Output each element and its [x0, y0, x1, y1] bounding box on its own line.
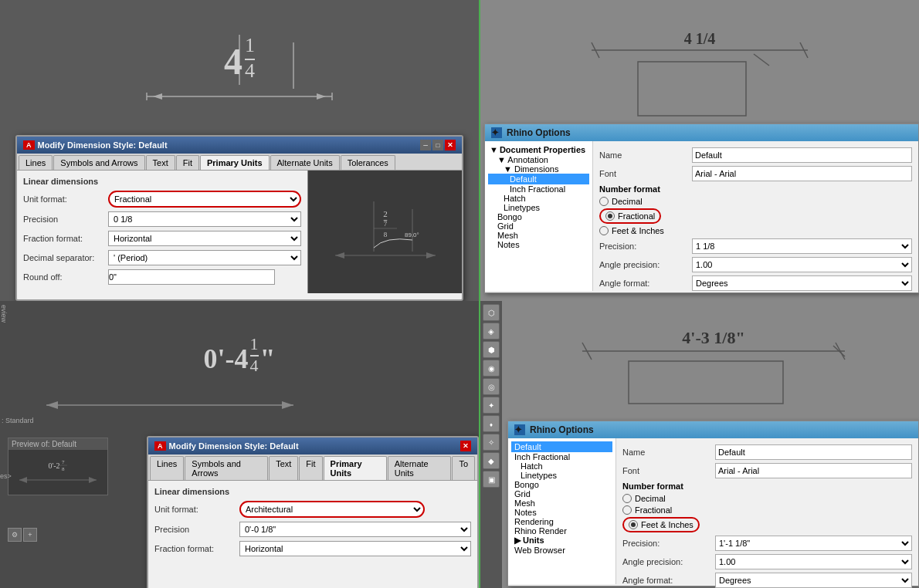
tree-grid[interactable]: Grid — [488, 221, 589, 231]
tree-label-default: Default — [510, 174, 537, 184]
tree-default-selected[interactable]: Default — [488, 174, 589, 184]
tree-inch-frac-bottom[interactable]: Inch Fractional — [511, 452, 612, 461]
prop-name-input-bottom[interactable] — [715, 444, 912, 460]
tab-lines-bottom[interactable]: Lines — [150, 456, 184, 480]
radio-feet-inches-top[interactable]: Feet & Inches — [599, 226, 912, 235]
tree-notes[interactable]: Notes — [488, 240, 589, 249]
tab-symbols-bottom[interactable]: Symbols and Arrows — [185, 456, 268, 480]
preview-content: 0'-2 7 8 — [8, 450, 107, 495]
prop-font-input-top[interactable] — [692, 166, 912, 181]
dialog-content-top: Linear dimensions Unit format: Fractiona… — [17, 171, 307, 293]
tab-tolerances-top[interactable]: Tolerances — [341, 155, 395, 170]
tab-fit-bottom[interactable]: Fit — [299, 456, 322, 480]
tree-web-browser-bottom[interactable]: Web Browser — [511, 546, 612, 555]
tree-units-bottom[interactable]: ▶ Units — [511, 536, 612, 546]
tree-label-linetypes-bottom: Linetypes — [521, 471, 557, 480]
tree-label-web-browser-bottom: Web Browser — [514, 546, 565, 555]
tab-alternate-units-bottom[interactable]: Alternate Units — [388, 456, 452, 480]
tree-mesh-bottom[interactable]: Mesh — [511, 498, 612, 508]
tree-notes-bottom[interactable]: Notes — [511, 508, 612, 517]
toolbar-btn-4[interactable]: ◉ — [483, 360, 500, 377]
tree-hatch-bottom[interactable]: Hatch — [511, 461, 612, 471]
tab-alternate-units-top[interactable]: Alternate Units — [270, 155, 340, 170]
prop-angle-fmt-select-bottom[interactable]: Degrees — [715, 573, 912, 588]
tree-linetypes[interactable]: Linetypes — [488, 203, 589, 212]
toolbar-btn-9[interactable]: ◆ — [483, 452, 500, 469]
tab-primary-units-top[interactable]: Primary Units — [200, 155, 270, 170]
toolbar-btn-6[interactable]: ✦ — [483, 397, 500, 414]
radio-decimal-top[interactable]: Decimal — [599, 197, 912, 206]
prop-angle-prec-select-top[interactable]: 1.00 — [692, 257, 912, 272]
fraction-format-select-top[interactable]: Horizontal — [108, 231, 301, 246]
tree-inch-fractional[interactable]: Inch Fractional — [488, 184, 589, 194]
toolbar-btn-8[interactable]: ✧ — [483, 434, 500, 451]
prop-angle-prec-select-bottom[interactable]: 1.00 — [715, 554, 912, 569]
tree-bongo[interactable]: Bongo — [488, 212, 589, 221]
maximize-btn-top[interactable]: □ — [432, 140, 443, 150]
tree-bongo-bottom[interactable]: Bongo — [511, 480, 612, 489]
radio-circle-fractional-bottom — [622, 505, 632, 515]
toolbar-btn-3[interactable]: ⬢ — [483, 341, 500, 358]
minimize-btn-top[interactable]: ─ — [420, 140, 431, 150]
autocad-icon-bottom: A — [154, 441, 166, 451]
tree-label-mesh-bottom: Mesh — [514, 498, 535, 508]
tab-fit-top[interactable]: Fit — [176, 155, 199, 170]
prop-angle-fmt-label-top: Angle format: — [599, 279, 692, 288]
tab-symbols-top[interactable]: Symbols and Arrows — [53, 155, 144, 170]
fraction-format-select-bottom[interactable]: Horizontal — [239, 541, 471, 556]
unit-format-select-bottom[interactable]: Architectural — [239, 501, 425, 518]
prop-name-input-top[interactable] — [692, 147, 912, 163]
prop-precision-select-top[interactable]: 1 1/8 — [692, 238, 912, 254]
tab-text-bottom[interactable]: Text — [269, 456, 298, 480]
svg-text:89.0°: 89.0° — [405, 231, 419, 238]
prop-precision-row-top: Precision: 1 1/8 — [599, 238, 912, 254]
tab-text-top[interactable]: Text — [146, 155, 175, 170]
unit-format-select-top[interactable]: Fractional — [108, 191, 301, 208]
tree-doc-props[interactable]: ▼ Document Properties — [488, 144, 589, 155]
tree-default-selected-bottom[interactable]: Default — [511, 441, 612, 452]
prop-angle-prec-label-top: Angle precision: — [599, 260, 692, 269]
radio-circle-feet-bottom — [629, 520, 638, 529]
precision-select-bottom[interactable]: 0'-0 1/8" — [239, 522, 471, 537]
toolbar-btn-7[interactable]: ⬧ — [483, 415, 500, 432]
tree-grid-bottom[interactable]: Grid — [511, 489, 612, 498]
radio-decimal-bottom[interactable]: Decimal — [622, 494, 912, 503]
toolbar-btn-5[interactable]: ◎ — [483, 378, 500, 395]
toolbar-btn-1[interactable]: ⬡ — [483, 304, 500, 321]
round-off-input[interactable] — [108, 269, 275, 285]
prop-angle-fmt-select-top[interactable]: Degrees — [692, 275, 912, 291]
tree-dimensions[interactable]: ▼ Dimensions — [488, 164, 589, 174]
radio-feet-highlighted-bottom: Feet & Inches — [622, 517, 700, 532]
decimal-sep-select[interactable]: ' (Period) — [108, 250, 301, 265]
tree-label-rhino-render-bottom: Rhino Render — [514, 526, 567, 536]
svg-marker-24 — [46, 401, 58, 409]
close-btn-bottom[interactable]: ✕ — [460, 441, 471, 451]
icon-gear[interactable]: ⚙ — [8, 528, 22, 542]
radio-feet-inches-bottom[interactable]: Feet & Inches — [622, 517, 912, 532]
arch-dim-text: 0'-4 — [204, 343, 249, 375]
prop-font-input-bottom[interactable] — [715, 463, 912, 478]
tree-mesh[interactable]: Mesh — [488, 231, 589, 240]
feet-dimension-display: 4'-3 1/8" — [507, 309, 919, 409]
toolbar-btn-10[interactable]: ▣ — [483, 471, 500, 488]
radio-fractional-top[interactable]: Fractional — [599, 208, 912, 224]
tree-rhino-render-bottom[interactable]: Rhino Render — [511, 526, 612, 536]
toolbar-btn-2[interactable]: ◈ — [483, 323, 500, 340]
tab-lines-top[interactable]: Lines — [19, 155, 53, 170]
tree-linetypes-bottom[interactable]: Linetypes — [511, 471, 612, 480]
tree-label-bongo: Bongo — [497, 212, 522, 221]
radio-label-decimal-top: Decimal — [612, 197, 643, 206]
svg-rect-37 — [629, 361, 783, 404]
icon-add[interactable]: + — [23, 528, 37, 542]
close-btn-top[interactable]: ✕ — [445, 140, 456, 150]
tree-rendering-bottom[interactable]: Rendering — [511, 517, 612, 526]
radio-fractional-bottom[interactable]: Fractional — [622, 505, 912, 515]
prop-name-row-bottom: Name — [622, 444, 912, 460]
prop-precision-select-bottom[interactable]: 1'-1 1/8" — [715, 536, 912, 551]
tree-hatch[interactable]: Hatch — [488, 194, 589, 203]
tab-tolerances-bottom[interactable]: To — [452, 456, 475, 480]
precision-select-top[interactable]: 0 1/8 — [108, 211, 301, 227]
tree-annotation[interactable]: ▼ Annotation — [488, 155, 589, 164]
tab-primary-units-bottom[interactable]: Primary Units — [324, 456, 387, 480]
dialog-tabs-top: Lines Symbols and Arrows Text Fit Primar… — [17, 154, 462, 171]
